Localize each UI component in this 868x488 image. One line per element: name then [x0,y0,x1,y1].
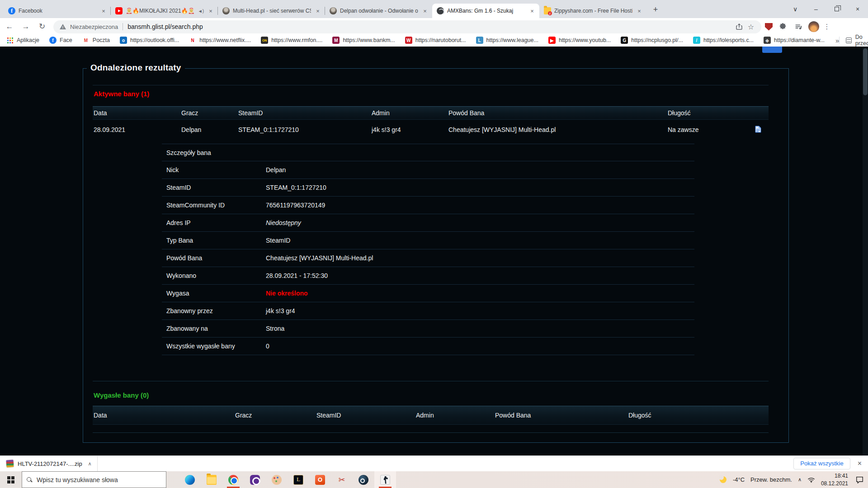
youtube-favicon-icon [115,7,123,14]
ban-row[interactable]: 28.09.2021 Delpan STEAM_0:1:1727210 j4k … [93,122,769,137]
tab-close-icon[interactable]: × [636,8,643,14]
reload-icon[interactable]: ↻ [35,20,49,33]
detail-value: STEAM_0:1:1727210 [266,184,694,191]
bookmark-label: Poczta [93,37,110,43]
taskbar-lol-icon[interactable]: L [288,471,309,488]
tab-zippyshare[interactable]: Zippyshare.com - Free File Hostin× [539,4,646,18]
tab-title: Facebook [19,8,97,14]
tray-weather-text[interactable]: Przew. bezchm. [750,476,792,483]
bookmark-label: https://www.netflix.... [199,37,251,43]
close-button[interactable]: × [847,0,868,18]
bookmark-poczta[interactable]: MPoczta [82,37,110,44]
tab-multihead[interactable]: Multi-Head.pl - sieć serwerów CS× [218,4,325,18]
chrome-menu-icon[interactable]: ⋮ [823,23,830,31]
ban-detail-row: Wykonano28.09.2021 - 17:52:30 [162,267,694,285]
download-item[interactable]: HLTV-2112072147-....zip ∧ [0,456,97,472]
tab-delpan-odwolanie[interactable]: Delpan odwołanie - Odwołanie o× [325,4,432,18]
bookmark-lolesports[interactable]: /https://lolesports.c... [693,37,754,44]
bookmark-rmfon[interactable]: ONhttps://www.rmfon.... [261,37,322,44]
profile-avatar[interactable] [808,21,819,32]
expired-bans-title: Wygasłe bany (0) [94,391,149,399]
tray-temperature[interactable]: -4°C [733,476,745,483]
detail-label: Zbanowny przez [162,307,266,314]
bookmark-outlook[interactable]: ohttps://outlook.offi... [120,37,179,44]
taskbar-paint-icon[interactable] [266,471,288,488]
tab-search-icon[interactable]: ∨ [785,0,806,18]
tab-title: Multi-Head.pl - sieć serwerów CS [233,8,311,14]
url-text[interactable]: bansmh.glist.pl/search.php [127,23,733,30]
download-bar-close-icon[interactable]: × [858,460,862,468]
bookmark-league[interactable]: Lhttps://www.league... [476,37,538,44]
ban-details-table: Szczegóły bana NickDelpanSteamIDSTEAM_0:… [162,144,694,355]
tab-youtube-mikolajki[interactable]: 🤶🔥MIKOŁAJKI 2021🔥🤶◄)× [111,4,218,18]
bookmarks-divider [839,37,840,44]
minimize-button[interactable]: – [806,0,826,18]
taskbar-music-icon[interactable] [244,471,266,488]
tab-close-icon[interactable]: × [421,8,429,14]
bookmark-star-icon[interactable]: ☆ [745,21,757,33]
not-secure-icon[interactable]: ! [60,24,66,29]
share-icon[interactable] [733,21,745,33]
taskbar-snip-icon[interactable]: ✂ [331,471,353,488]
ban-detail-row: Adres IPNiedostępny [162,214,694,232]
start-button[interactable] [0,471,22,488]
window-controls: ∨ – × [785,0,868,18]
tab-facebook[interactable]: fFacebook× [4,4,111,18]
taskbar-clock[interactable]: 18:41 08.12.2021 [821,472,848,487]
wifi-icon[interactable] [807,477,815,483]
bookmarks-overflow-icon[interactable]: » [835,37,839,44]
restore-button[interactable] [826,0,847,18]
detail-value: Strona [266,325,694,332]
bookmark-lolesports-icon: / [693,37,700,44]
bookmark-diamante[interactable]: ◆https://diamante-w... [764,37,825,44]
bookmark-facebook[interactable]: fFace [49,37,72,44]
avatar-favicon-icon [330,7,337,14]
bookmark-label: https://www.youtub... [559,37,611,43]
bookmark-ncplusgo-icon: G [621,37,628,44]
ban-reason: Cheatujesz [WYJASNIJ] Multi-Head.pl [448,126,668,133]
bookmark-diamante-icon: ◆ [764,37,771,44]
forward-icon[interactable]: → [19,20,33,33]
taskbar-edge-icon[interactable] [179,471,201,488]
bookmark-bankmillennium[interactable]: Mhttps://www.bankm... [332,37,395,44]
bookmark-label: https://narutoborut... [415,37,466,43]
tab-close-icon[interactable]: × [528,8,536,14]
bookmark-aplikacje[interactable]: Aplikacje [6,37,39,44]
download-chevron-up-icon[interactable]: ∧ [88,461,92,467]
address-bar[interactable]: ! Niezabezpieczona bansmh.glist.pl/searc… [53,20,761,33]
show-all-downloads-button[interactable]: Pokaż wszystkie [793,458,850,469]
weather-moon-icon[interactable] [719,476,727,483]
detail-label: Nick [162,166,266,174]
bookmark-youtube[interactable]: ▶https://www.youtub... [548,37,611,44]
tray-overflow-chevron-icon[interactable]: ∧ [798,477,802,483]
bookmark-narutoboruto[interactable]: Whttps://narutoborut... [405,37,466,44]
tab-close-icon[interactable]: × [207,8,214,14]
reading-list-button[interactable]: Do przeczytania [839,34,868,47]
search-submit-button-partial[interactable] [762,47,782,53]
taskbar-search-input[interactable]: Wpisz tu wyszukiwane słowa [22,471,166,488]
page-scrollbar[interactable] [863,47,868,455]
tab-amxbans[interactable]: AMXBans: Gm 1.6 - Szukaj× [432,4,539,18]
action-center-icon[interactable] [856,476,863,483]
ban-detail-row: Typ BanaSteamID [162,232,694,249]
taskbar-steam-icon[interactable] [353,471,374,488]
bookmark-ncplusgo[interactable]: Ghttps://ncplusgo.pl/... [621,37,683,44]
taskbar-office-icon[interactable]: O [309,471,331,488]
extensions-puzzle-icon[interactable] [777,21,788,33]
tab-close-icon[interactable]: × [314,8,321,14]
bookmark-bankmillennium-icon: M [332,37,340,44]
taskbar-chrome-icon[interactable] [222,471,244,488]
bookmark-netflix[interactable]: Nhttps://www.netflix.... [189,37,251,44]
back-icon[interactable]: ← [3,20,16,33]
new-tab-button[interactable]: + [649,4,662,16]
taskbar-explorer-icon[interactable] [201,471,222,488]
bookmark-netflix-icon: N [189,37,196,44]
tab-audio-icon[interactable]: ◄) [198,9,204,14]
playlist-extension-icon[interactable] [793,21,804,33]
taskbar-cs-icon[interactable] [374,471,396,488]
tab-close-icon[interactable]: × [100,8,107,14]
ban-detail-doc-icon[interactable] [755,126,769,134]
ublock-icon[interactable] [765,23,773,31]
bookmark-poczta-icon: M [82,37,90,44]
scrollbar-thumb[interactable] [863,48,868,95]
